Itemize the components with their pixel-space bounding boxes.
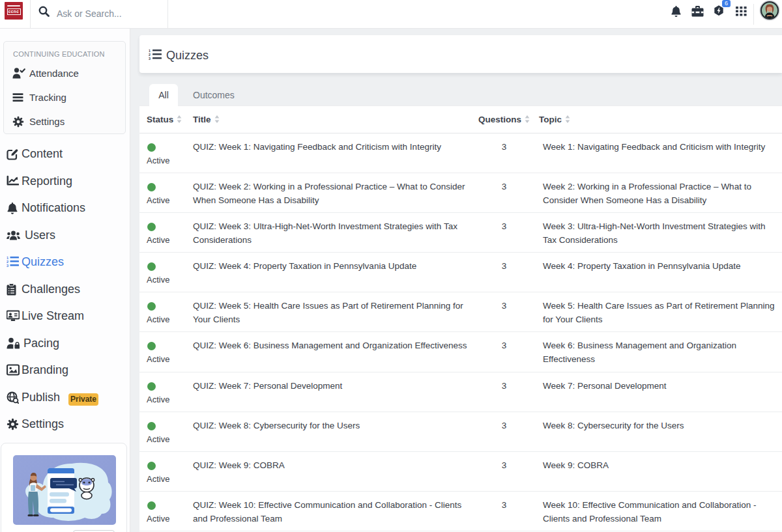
svg-text:3: 3: [149, 57, 151, 60]
svg-text:3: 3: [7, 264, 8, 267]
